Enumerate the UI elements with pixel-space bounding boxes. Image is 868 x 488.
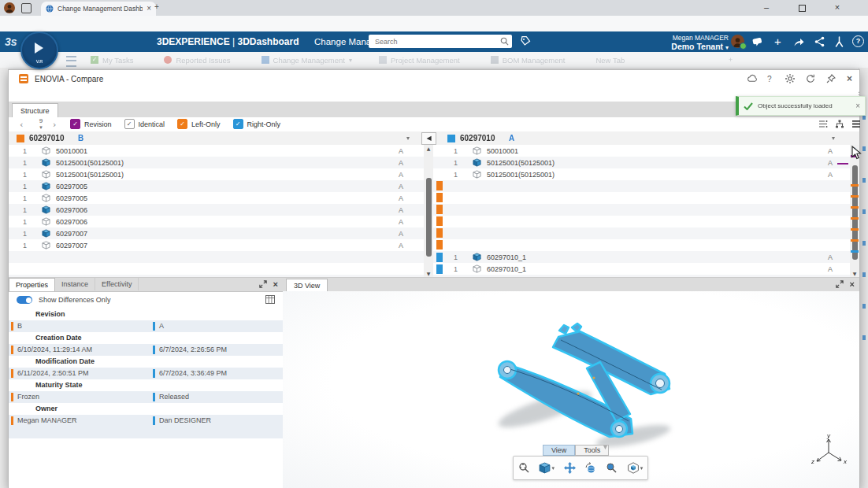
table-row[interactable]: 1 60297005 A [9,180,440,192]
table-row[interactable]: 1 50010001 A [9,145,440,157]
dashboard-tab[interactable]: New Tab [595,56,629,65]
3d-canvas[interactable]: View Tools ▾ ▾ [283,291,859,488]
checkbox[interactable]: ✓ [233,119,243,129]
table-row[interactable]: 1 50125001(50125001) A [440,168,859,180]
expand-icon[interactable] [836,280,844,288]
properties-tab[interactable]: Properties [9,278,55,291]
pan-icon[interactable] [564,462,576,474]
share-icon[interactable] [793,36,805,47]
dashboard-tab[interactable]: My Tasks [91,56,137,65]
properties-tab[interactable]: Instance [55,278,95,290]
checkbox[interactable]: ✓ [124,119,135,129]
close-toast-icon[interactable]: × [855,102,860,110]
chevron-down-icon[interactable]: ▾ [551,465,555,471]
add-dashboard-tab-icon[interactable]: + [729,56,733,64]
tab-3d-view[interactable]: 3D View [286,279,328,292]
new-tab-icon[interactable]: + [154,3,159,11]
iso-view-icon[interactable]: ▾ [627,462,644,474]
add-icon[interactable]: + [774,35,781,48]
filter-checkbox[interactable]: ✓ Left-Only [177,119,221,129]
person-icon [6,4,13,13]
browser-profile-avatar[interactable] [4,2,15,13]
table-row[interactable]: 1 60297010_1 A [440,263,859,275]
tag-icon[interactable] [520,35,531,46]
scroll-up-icon[interactable]: ▲ [424,146,433,151]
user-block[interactable]: Megan MANAGER Demo Tenant ▾ [606,34,729,51]
checkbox[interactable]: ✓ [177,119,187,129]
search-icon[interactable] [500,37,509,46]
toolbar-collapse-icon[interactable]: ▾ [603,442,607,451]
checkbox[interactable]: ✓ [70,119,80,129]
diff-count-dropdown[interactable]: 9 ▼ [35,118,46,131]
help-icon[interactable]: ? [767,75,772,83]
table-row[interactable]: 1 50125001(50125001) A [9,157,440,168]
close-window-icon[interactable]: × [832,2,843,12]
3d-model-swingarm[interactable] [484,321,704,455]
filter-checkbox[interactable]: ✓ Revision [70,119,112,129]
notifications-icon[interactable] [752,36,763,47]
gear-icon[interactable] [785,74,795,83]
filter-checkbox[interactable]: ✓ Identical [124,119,165,129]
tab-structure[interactable]: Structure [12,103,58,118]
right-value: 6/7/2024, 3:36:49 PM [150,368,283,379]
dashboard-tab[interactable]: Reported Issues [164,56,234,65]
browser-tab[interactable]: Change Management Dashboa... × [41,2,156,16]
prev-diff-icon[interactable]: ‹ [20,120,23,130]
chevron-down-icon[interactable]: ▾ [832,135,835,142]
filter-checkbox[interactable]: ✓ Right-Only [233,119,281,129]
table-row[interactable]: 1 60297005 A [9,192,440,204]
table-row[interactable]: 1 60297007 A [9,239,440,251]
dashboard-tab[interactable]: Project Management [379,56,464,65]
minimize-icon[interactable]: – [761,2,772,12]
table-row[interactable]: 1 60297006 A [9,204,440,216]
property-label: Modification Date [9,356,283,368]
cloud-icon[interactable] [747,74,757,83]
network-icon[interactable] [814,36,825,47]
dashboard-tab[interactable]: Change Management ▾ [262,56,352,65]
left-only-tick [851,228,859,231]
right-root-name: 60297010 [460,134,495,142]
scrollbar-thumb[interactable] [426,178,432,257]
table-row[interactable]: 1 60297007 A [9,227,440,239]
view-cube-icon[interactable]: ▾ [539,462,555,474]
help-circle-icon[interactable]: ? [852,35,864,47]
close-tab-icon[interactable]: × [147,5,151,13]
dashboard-tab[interactable]: BOM Management [491,56,569,65]
workspaces-icon[interactable] [21,3,32,13]
pin-icon[interactable] [826,74,836,83]
expand-icon[interactable] [259,280,267,288]
chevron-down-icon[interactable]: ▾ [406,135,410,142]
scroll-down-icon[interactable]: ▼ [850,271,859,276]
compare-list-icon[interactable] [818,120,828,128]
hierarchy-icon[interactable] [835,120,844,128]
table-row[interactable]: 1 60297006 A [9,216,440,227]
scroll-down-icon[interactable]: ▼ [424,271,433,276]
table-row[interactable]: 1 50125001(50125001) A [440,157,859,168]
zoom-area-icon[interactable] [606,462,618,474]
menu-icon[interactable] [851,120,861,128]
chevron-down-icon[interactable]: ▾ [640,465,644,471]
hamburger-icon[interactable] [66,56,76,67]
close-compare-icon[interactable]: × [847,73,852,84]
show-differences-toggle[interactable] [17,296,32,304]
table-row[interactable]: 1 50125001(50125001) A [9,168,440,180]
zoom-fit-icon[interactable] [518,462,530,474]
column-settings-icon[interactable] [265,295,275,304]
table-row[interactable]: 1 60297010_1 A [440,251,859,263]
left-tree-scrollbar[interactable]: ▲ ▼ [424,145,433,277]
collapse-left-icon[interactable]: ◀ [421,132,436,145]
compass-y-icon[interactable] [834,36,844,47]
close-properties-icon[interactable]: × [273,280,278,288]
next-diff-icon[interactable]: › [53,120,56,130]
close-3d-view-icon[interactable]: × [850,280,855,288]
search-input[interactable] [373,35,493,48]
tab-view[interactable]: View [543,445,575,456]
scrollbar-thumb[interactable] [852,165,858,260]
refresh-icon[interactable] [806,74,815,83]
properties-tab[interactable]: Effectivity [95,278,139,290]
table-row[interactable]: 1 50010001 A [440,145,859,157]
right-tree-scrollbar[interactable]: ▲ ▼ [850,145,859,277]
3ds-compass-button[interactable]: V.R [20,31,58,69]
rotate-icon[interactable] [584,462,596,474]
maximize-icon[interactable] [799,5,806,12]
